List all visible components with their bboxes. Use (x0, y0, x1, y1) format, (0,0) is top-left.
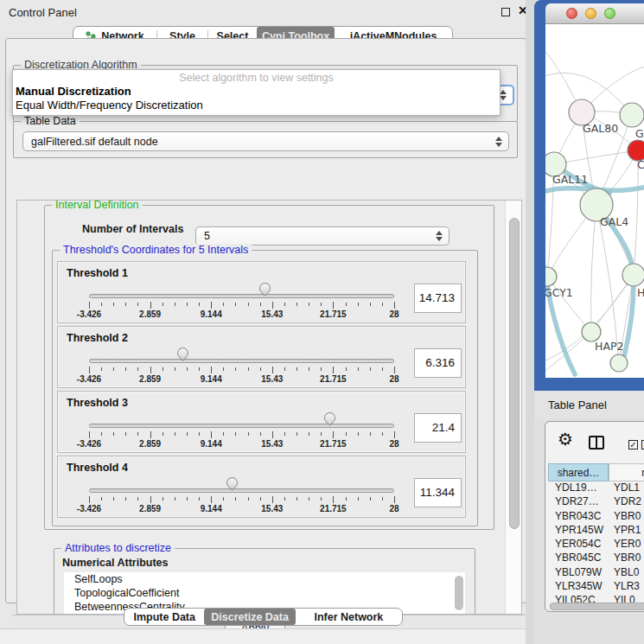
cell-shared-name[interactable]: YPR145W (548, 524, 609, 538)
slider-tick (394, 367, 395, 373)
slider-tick-label: -3.426 (70, 504, 108, 513)
table-row[interactable]: YDR27…YDR2 (548, 495, 644, 509)
table-row[interactable]: YBR043CYBR0 (548, 510, 644, 524)
table-panel: ⚙ ✓ ✓ shared… na YDL19…YDL1YDR27…YDR2YBR… (545, 421, 644, 612)
cell-name[interactable]: YPR1 (609, 524, 644, 538)
number-of-intervals-label: Number of Intervals (82, 223, 183, 235)
column-header-shared-name[interactable]: shared… (548, 463, 609, 481)
table-row[interactable]: YER054CYER0 (548, 538, 644, 552)
network-node-label: GCY1 (545, 286, 573, 299)
group-title: Table Data (21, 115, 80, 127)
slider-tick (370, 367, 371, 371)
list-scrollbar-thumb[interactable] (455, 576, 463, 610)
table-hscrollbar-thumb[interactable] (550, 603, 644, 610)
slider-tick (163, 497, 163, 501)
slider-tick (321, 432, 322, 436)
zoom-traffic-light[interactable] (604, 8, 615, 19)
checkbox-icon[interactable]: ✓ (628, 440, 638, 450)
cell-shared-name[interactable]: YDR27… (548, 495, 609, 509)
dropdown-option-equal-width[interactable]: Equal Width/Frequency Discretization (16, 99, 203, 112)
cell-name[interactable]: YBR0 (609, 510, 644, 524)
network-edge[interactable] (591, 205, 596, 332)
network-node[interactable] (620, 103, 644, 127)
attribute-list-item[interactable]: SelfLoops (64, 572, 465, 586)
cell-name[interactable]: YER0 (609, 538, 644, 552)
number-of-intervals-combo[interactable]: 5 (195, 226, 450, 245)
slider-track[interactable] (89, 359, 394, 363)
split-columns-icon[interactable] (589, 436, 604, 450)
table-row[interactable]: YLR345WYLR3 (548, 580, 644, 594)
table-row[interactable]: YDL19…YDL1 (548, 481, 644, 495)
slider-tick (211, 302, 212, 309)
dropdown-option-manual[interactable]: Manual Discretization (16, 85, 131, 98)
slider-tick (223, 497, 224, 501)
panel-scrollbar[interactable] (505, 201, 522, 614)
table-hscrollbar[interactable] (548, 603, 644, 610)
cell-shared-name[interactable]: YDL19… (548, 481, 609, 495)
minimize-traffic-light[interactable] (585, 8, 596, 19)
cell-name[interactable]: YBR0 (609, 552, 644, 565)
network-node[interactable] (622, 264, 644, 286)
network-canvas[interactable]: GAL80GACGAL11GAL4GCY1HHAP2 (545, 24, 644, 378)
table-panel-header: Table Panel (534, 391, 644, 418)
slider-tick-label: 15.43 (253, 439, 291, 449)
threshold-label: Threshold 2 (67, 332, 128, 344)
slider-track[interactable] (89, 488, 394, 493)
cell-shared-name[interactable]: YBL079W (548, 566, 609, 580)
threshold-value-field[interactable]: 21.4 (414, 413, 462, 443)
cell-name[interactable]: YBL0 (609, 566, 644, 580)
cell-name[interactable]: YDR2 (609, 495, 644, 509)
slider-tick (284, 303, 285, 306)
cell-shared-name[interactable]: YLR345W (548, 580, 609, 594)
threshold-value-field[interactable]: 11.344 (414, 478, 462, 507)
close-traffic-light[interactable] (566, 8, 577, 19)
float-window-icon[interactable] (501, 8, 510, 16)
attribute-list-item[interactable]: TopologicalCoefficient (64, 586, 465, 600)
cell-name[interactable]: YLR3 (609, 580, 644, 594)
network-edge-highlighted[interactable] (545, 236, 575, 374)
network-node-label: GAL80 (583, 122, 618, 135)
slider-tick (199, 367, 200, 371)
panel-scrollbar-thumb[interactable] (509, 218, 520, 529)
slider-tick (358, 303, 359, 306)
table-row[interactable]: YPR145WYPR1 (548, 524, 644, 538)
threshold-value-field[interactable]: 14.713 (414, 284, 462, 313)
threshold-label: Threshold 1 (67, 267, 128, 279)
dropdown-hint: Select algorithm to view settings (13, 72, 500, 84)
node-table: shared… na YDL19…YDL1YDR27…YDR2YBR043CYB… (548, 463, 644, 603)
network-window-titlebar[interactable] (545, 3, 644, 24)
tab-discretize-data[interactable]: Discretize Data (204, 609, 295, 625)
network-node-label: H (637, 286, 644, 299)
tab-impute-data[interactable]: Impute Data (124, 609, 204, 625)
network-node[interactable] (610, 354, 628, 372)
group-title: Threshold's Coordinates for 5 Intervals (60, 244, 252, 256)
slider-tick (321, 497, 322, 501)
slider-tick (248, 497, 249, 501)
panel-divider[interactable] (526, 0, 534, 644)
slider-track[interactable] (89, 294, 394, 298)
column-header-name[interactable]: na (609, 463, 644, 481)
gear-icon[interactable]: ⚙ (558, 429, 573, 450)
threshold-value-field[interactable]: 6.316 (414, 348, 462, 378)
cell-shared-name[interactable]: YBR045C (548, 552, 609, 565)
slider-tick (137, 367, 138, 371)
slider-tick (260, 432, 261, 436)
tab-infer-network[interactable]: Infer Network (296, 609, 402, 625)
slider-tick (150, 431, 151, 438)
slider-tick (199, 303, 200, 306)
network-node[interactable] (545, 267, 557, 286)
table-data-combo[interactable]: galFiltered.sif default node (22, 131, 509, 151)
cell-name[interactable]: YDL1 (609, 481, 644, 495)
slider-track[interactable] (89, 424, 394, 428)
slider-tick-label: 9.144 (192, 374, 230, 384)
table-row[interactable]: YBR045CYBR0 (548, 552, 644, 565)
network-node[interactable] (582, 322, 601, 341)
slider-tick (211, 367, 212, 373)
slider-tick (175, 303, 175, 306)
cell-shared-name[interactable]: YER054C (548, 538, 609, 552)
network-edge[interactable] (554, 150, 638, 164)
list-scrollbar[interactable] (452, 572, 465, 614)
slider-tick (113, 303, 114, 306)
cell-shared-name[interactable]: YBR043C (548, 510, 609, 524)
table-row[interactable]: YBL079WYBL0 (548, 566, 644, 580)
